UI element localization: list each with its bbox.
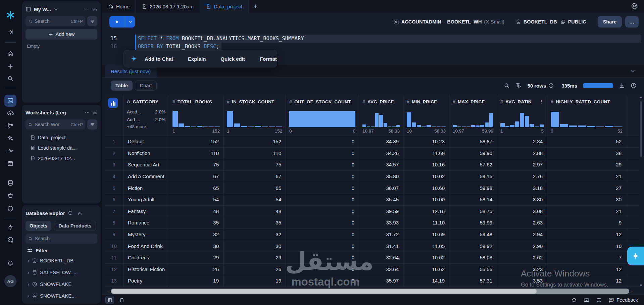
collapse-results-chevron-icon[interactable] [630,68,635,74]
table-cell[interactable]: 58.14 [449,194,497,205]
table-cell[interactable]: 3.30 [497,194,547,205]
tab-objects[interactable]: Objects [26,221,51,231]
table-cell[interactable]: 11.10 [403,217,449,228]
copilot-nav-icon[interactable] [7,237,14,244]
role-warehouse-selector[interactable]: ACCOUNTADMIN ◦ BOOKETL_WH (X-Small) [393,19,504,25]
column-header-MIN_PRICE[interactable]: #MIN_PRICE1058.33 [403,95,449,136]
table-cell[interactable]: 21 [547,171,626,182]
table-cell[interactable]: 3.18 [497,182,547,194]
tab-worksheet-timestamp[interactable]: 2026-03-17 1:20am [136,0,200,13]
results-filter-icon[interactable] [515,83,522,89]
view-chart-button[interactable]: Chart [135,81,157,91]
data-nav-icon[interactable] [7,180,14,186]
tab-home[interactable]: Home [102,0,136,13]
table-cell[interactable]: Young Adult [123,194,169,205]
table-cell[interactable]: 59.90 [449,148,497,159]
table-cell[interactable]: 48 [169,206,224,217]
table-cell[interactable]: Nonfiction [123,148,169,159]
table-cell[interactable]: Mystery [123,229,169,240]
table-cell[interactable]: 32 [224,229,286,240]
scroll-up-arrow[interactable]: ▲ [639,95,643,99]
table-cell[interactable]: 2.63 [497,217,547,228]
table-cell[interactable]: 10.60 [403,182,449,194]
notifications-bell-icon[interactable] [7,260,14,267]
row-number-cell[interactable]: 2 [105,148,123,159]
table-cell[interactable]: Fantasy [123,206,169,217]
panel-menu-icon[interactable] [85,6,90,12]
table-cell[interactable]: 0 [286,217,359,228]
search-nav-icon[interactable] [7,75,14,82]
share-button[interactable]: Share [598,16,622,28]
table-cell[interactable]: 67 [169,171,224,182]
table-cell[interactable]: 0 [286,275,359,287]
filter-button[interactable]: Filter [27,248,97,253]
panel-menu-icon[interactable] [85,110,90,115]
table-cell[interactable]: 9 [547,217,626,228]
table-cell[interactable]: 59.48 [449,229,497,240]
table-cell[interactable]: 36.07 [359,182,403,194]
table-cell[interactable]: 2.97 [497,159,547,170]
worksheet-item[interactable]: Data_project [26,132,97,143]
worksheets-search-input[interactable]: Ctrl+P [26,119,85,130]
more-values-link[interactable]: +48 more [127,124,165,129]
table-cell[interactable]: 10.23 [403,136,449,147]
row-number-cell[interactable]: 1 [105,136,123,147]
column-name[interactable]: #MIN_PRICE [407,97,446,106]
column-name[interactable]: #AVG_PRICE [362,97,400,106]
scroll-right-arrow[interactable]: ▶ [629,289,635,294]
column-name[interactable]: #TOTAL_BOOKS [172,97,220,106]
column-header-HIGHLY_RATED_COUNT[interactable]: #HIGHLY_RATED_COUNT052 [547,95,626,136]
worksheets-search-field[interactable] [35,122,83,127]
column-header-AVG_RATIN[interactable]: #AVG_RATIN⋮15 [497,95,547,136]
add-to-chat-button[interactable]: Add to Chat [137,56,181,62]
ai-ml-nav-icon[interactable] [7,135,14,142]
expand-sidebar-icon[interactable] [7,29,14,35]
table-cell[interactable]: 29 [224,252,286,263]
column-stats-toggle-button[interactable] [108,98,118,108]
scroll-down-arrow[interactable]: ▼ [639,284,643,287]
table-cell[interactable]: Romance [123,217,169,228]
query-history-clock-icon[interactable] [631,83,637,89]
copilot-fab[interactable] [627,247,644,265]
column-header-CATEGORY[interactable]: ACATEGORYAcad...2.0%Add ...2.0%+48 more [123,95,169,136]
panel-collapse-icon[interactable] [93,7,97,11]
table-cell[interactable]: 14.19 [403,275,449,287]
table-cell[interactable]: 34.57 [359,159,403,170]
table-cell[interactable]: 59.99 [449,217,497,228]
add-new-button[interactable]: Add new [26,29,97,40]
table-cell[interactable]: 59.92 [449,240,497,252]
table-cell[interactable]: 59.15 [449,171,497,182]
column-name[interactable]: #IN_STOCK_COUNT [227,97,282,106]
table-cell[interactable]: Sequential Art [123,159,169,170]
expand-chevron-icon[interactable]: › [28,258,29,263]
column-header-index[interactable] [105,95,123,136]
table-cell[interactable]: 0 [286,148,359,159]
database-tree-item[interactable]: ›BOOKETL_DB [26,255,97,266]
new-tab-button[interactable]: + [249,0,262,13]
table-cell[interactable]: 11.68 [403,148,449,159]
table-cell[interactable]: 0 [286,136,359,147]
column-header-TOTAL_BOOKS[interactable]: #TOTAL_BOOKS1152 [169,95,224,136]
more-options-button[interactable]: ... [625,16,639,28]
table-cell[interactable]: 0 [286,194,359,205]
apps-nav-icon[interactable] [7,192,14,199]
format-button[interactable]: Format [252,56,284,62]
row-number-cell[interactable]: 10 [105,240,123,252]
sql-code-line[interactable]: ORDER BY TOTAL_BOOKS DESC; [136,43,221,51]
table-cell[interactable]: 32.64 [359,252,403,263]
table-cell[interactable]: 30 [547,194,626,205]
explain-button[interactable]: Explain [181,56,213,62]
table-cell[interactable]: 38 [547,148,626,159]
row-number-cell[interactable]: 6 [105,194,123,205]
table-cell[interactable]: 58.87 [449,136,497,147]
database-tree-item[interactable]: ›SNOWFLAKE... [26,302,97,305]
column-menu-kebab-icon[interactable]: ⋮ [539,99,544,104]
row-number-cell[interactable]: 7 [105,206,123,217]
table-cell[interactable]: 0 [286,252,359,263]
table-cell[interactable]: 7 [547,252,626,263]
info-icon[interactable] [548,83,554,88]
panel-collapse-icon[interactable] [78,211,82,215]
row-number-cell[interactable]: 11 [105,252,123,263]
row-number-cell[interactable]: 9 [105,229,123,240]
column-name[interactable]: #HIGHLY_RATED_COUNT [551,97,623,106]
